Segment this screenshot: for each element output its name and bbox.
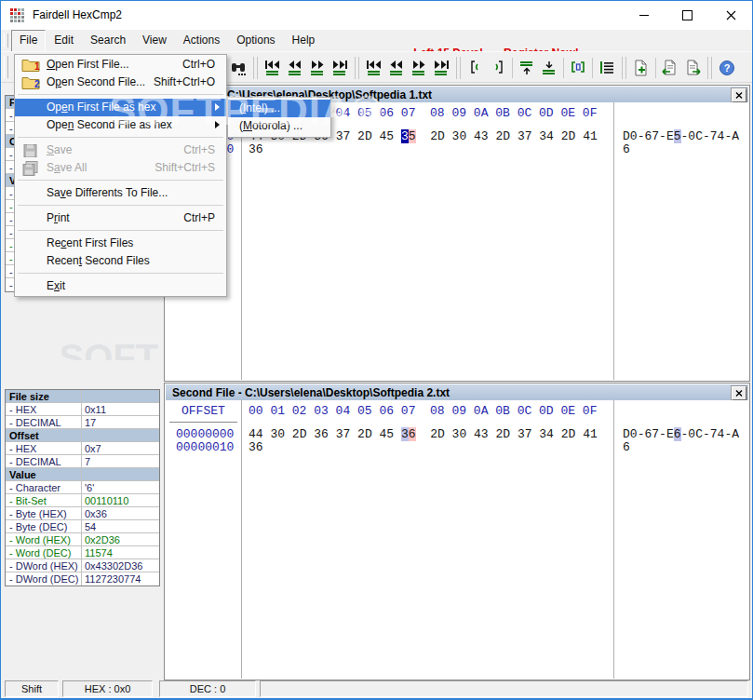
first-difference-button[interactable] <box>262 56 284 80</box>
copy-to-second-button[interactable] <box>681 56 704 80</box>
info-column-divider <box>81 572 82 586</box>
menu-item-file[interactable]: File <box>11 30 46 52</box>
ascii-char-mark[interactable]: 5 <box>674 129 681 143</box>
hex-byte[interactable]: 41 <box>583 427 598 441</box>
menu-item-save-differents-to-file[interactable]: Save Differents To File... <box>15 184 226 202</box>
last-difference-button[interactable] <box>329 56 351 80</box>
align-top-button[interactable] <box>516 56 538 80</box>
svg-text:1: 1 <box>34 61 40 72</box>
info-label: - DECIMAL <box>9 417 61 428</box>
menu-item-recent-first-files[interactable]: Recent First Files <box>15 235 226 252</box>
hex-byte[interactable]: 2D <box>430 427 445 441</box>
second-file-close-button[interactable] <box>732 386 746 400</box>
hex-byte[interactable]: 30 <box>452 427 467 441</box>
menu-item-search[interactable]: Search <box>82 30 134 51</box>
hex-byte[interactable]: 2D <box>430 129 445 143</box>
menu-item-view[interactable]: View <box>134 30 175 51</box>
second-file-panel-titlebar[interactable]: Second File - C:\Users\elena\Desktop\Sof… <box>166 384 748 401</box>
hex-byte[interactable]: 44 <box>249 427 263 441</box>
menu-item-print[interactable]: PrintCtrl+P <box>15 209 226 227</box>
hex-nibble-mark[interactable]: 3 <box>401 427 409 441</box>
last-modified-button[interactable] <box>430 56 452 80</box>
copy-to-first-button[interactable] <box>659 56 681 80</box>
hex-byte[interactable]: 30 <box>452 129 467 143</box>
hex-byte[interactable]: 45 <box>380 427 395 441</box>
hex-byte[interactable]: 37 <box>518 129 532 143</box>
hex-byte[interactable]: 36 <box>249 142 263 156</box>
hex-nibble-diff[interactable]: 6 <box>409 427 416 441</box>
hex-byte[interactable]: 35 <box>401 129 416 143</box>
hex-byte[interactable]: 2D <box>561 427 576 441</box>
find-button[interactable] <box>227 56 249 80</box>
submenu-item-motorola[interactable]: (Motorola) ... <box>228 117 330 135</box>
minimize-button[interactable] <box>623 1 665 29</box>
menubar-grip-icon[interactable] <box>4 34 8 47</box>
hex-byte[interactable]: 30 <box>270 427 285 441</box>
hex-byte[interactable]: 43 <box>474 129 489 143</box>
toolbar-grip-icon <box>253 57 258 79</box>
menu-item-save-all[interactable]: Save AllShift+Ctrl+S <box>15 159 226 177</box>
line-view-button[interactable] <box>596 56 618 80</box>
menu-item-open-second-file[interactable]: 2Open Second File...Shift+Ctrl+O <box>15 74 226 91</box>
help-icon: ? <box>718 59 736 77</box>
previous-modified-button[interactable] <box>385 56 408 80</box>
hex-byte[interactable]: 2D <box>561 129 576 143</box>
menu-item-label: Print <box>47 209 70 227</box>
hex-byte[interactable]: 34 <box>539 427 554 441</box>
first-modified-button[interactable] <box>363 56 385 80</box>
hex-nibble-diff[interactable]: 5 <box>409 129 416 143</box>
hex-byte[interactable]: 2D <box>292 427 307 441</box>
menu-item-options[interactable]: Options <box>228 30 283 51</box>
menu-item-label: Exit <box>47 277 65 295</box>
hex-byte[interactable]: 2D <box>495 427 510 441</box>
save-differences-button[interactable] <box>630 56 652 80</box>
first-file-close-button[interactable] <box>732 88 746 102</box>
hex-byte[interactable]: 36 <box>401 427 416 441</box>
hex-nibble-cursor[interactable]: 3 <box>401 129 409 143</box>
menu-item-exit[interactable]: Exit <box>15 277 226 295</box>
toolbar-separator <box>512 58 513 78</box>
hex-byte[interactable]: 36 <box>249 440 263 454</box>
next-difference-button[interactable] <box>306 56 329 80</box>
maximize-button[interactable] <box>666 1 708 29</box>
menu-item-actions[interactable]: Actions <box>175 30 228 51</box>
hex-byte[interactable]: 2D <box>357 129 372 143</box>
previous-block-button[interactable] <box>464 56 487 80</box>
help-button[interactable]: ? <box>716 56 738 80</box>
hex-byte[interactable]: 43 <box>474 427 489 441</box>
hex-byte[interactable]: 36 <box>314 427 329 441</box>
hex-byte[interactable]: 37 <box>336 129 351 143</box>
close-button[interactable] <box>710 1 752 29</box>
hex-byte[interactable]: 37 <box>518 427 532 441</box>
menu-separator <box>15 202 226 209</box>
submenu-item-intel[interactable]: (Intel) ... <box>228 100 330 117</box>
next-block-button[interactable] <box>487 56 509 80</box>
menu-item-recent-second-files[interactable]: Recent Second Files <box>15 252 226 270</box>
second-file-hex-view[interactable]: OFFSET00 01 02 03 04 05 06 07 08 09 0A 0… <box>166 400 748 679</box>
info-label: - DWord (HEX) <box>9 560 78 572</box>
hex-row: 44 30 2D 36 37 2D 45 36 2D 30 43 2D 37 3… <box>249 428 598 441</box>
first-file-hex-view[interactable]: OFFSET00 01 02 03 04 05 06 07 08 09 0A 0… <box>166 102 748 380</box>
align-bottom-button[interactable] <box>538 56 560 80</box>
select-range-button[interactable] <box>567 56 589 80</box>
menu-item-open-first-file-as-hex[interactable]: Open First File as hex <box>15 99 226 116</box>
hex-byte[interactable]: 2D <box>495 129 510 143</box>
hex-byte[interactable]: 45 <box>380 129 395 143</box>
menu-item-save[interactable]: SaveCtrl+S <box>15 141 226 159</box>
hex-byte[interactable]: 37 <box>336 427 351 441</box>
open-as-hex-submenu: (Intel) ...(Motorola) ... <box>227 97 331 138</box>
select-range-icon <box>569 59 587 77</box>
menu-item-open-first-file[interactable]: 1Open First File...Ctrl+O <box>15 56 226 74</box>
menu-item-open-second-file-as-hex[interactable]: Open Second File as hex <box>15 116 226 134</box>
hex-byte[interactable]: 41 <box>583 129 598 143</box>
toolbar-grip-icon[interactable] <box>4 56 8 78</box>
next-modified-button[interactable] <box>408 56 430 80</box>
ascii-char-mark[interactable]: 6 <box>674 427 681 441</box>
close-icon <box>735 92 743 99</box>
status-bar: ShiftHEX : 0x0DEC : 0 <box>1 680 752 698</box>
previous-difference-button[interactable] <box>284 56 306 80</box>
hex-byte[interactable]: 34 <box>539 129 554 143</box>
menu-item-edit[interactable]: Edit <box>46 30 82 51</box>
hex-byte[interactable]: 2D <box>357 427 372 441</box>
menu-item-help[interactable]: Help <box>284 30 324 51</box>
